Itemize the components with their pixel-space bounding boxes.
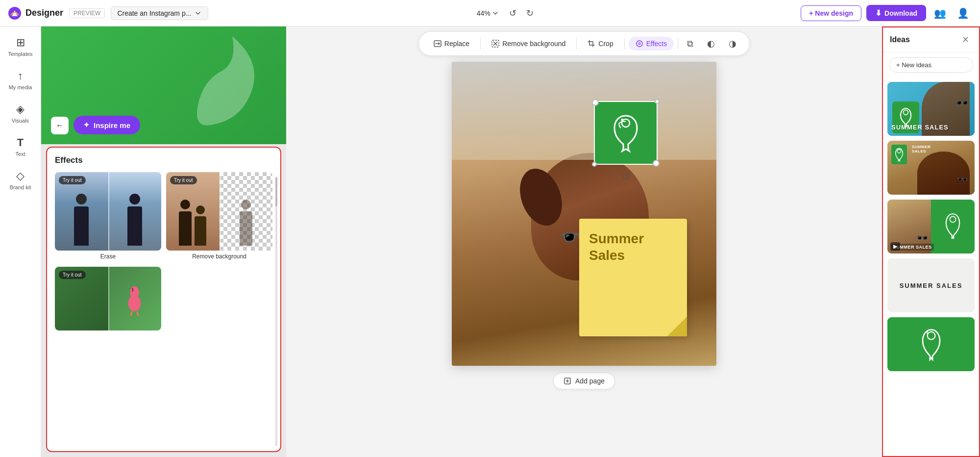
sidebar-item-templates[interactable]: ⊞ Templates <box>3 31 38 62</box>
ideas-list: 🕶️ SUMMER SALES <box>883 77 979 456</box>
undo-button[interactable]: ↺ <box>506 5 519 22</box>
idea-card-summer-sales-light[interactable]: SUMMER SALES <box>887 258 975 313</box>
idea-card-dog-summer-sales[interactable]: SUMMER SALES 🕶️ <box>887 140 975 195</box>
svg-line-5 <box>137 311 138 316</box>
person-body-2 <box>127 206 142 246</box>
effect-remove-bg[interactable]: Try it out <box>166 172 272 262</box>
card2-bird-badge <box>891 145 907 164</box>
download-label: Download <box>884 9 917 17</box>
redo-button[interactable]: ↻ <box>523 5 537 22</box>
filter-button[interactable]: ◐ <box>702 35 720 52</box>
replace-button[interactable]: Replace <box>427 37 476 51</box>
back-button[interactable]: ← <box>51 117 69 134</box>
preview-label: PREVIEW <box>69 8 105 18</box>
project-name-button[interactable]: Create an Instagram p... <box>111 6 208 20</box>
card4-text: SUMMER SALES <box>900 282 963 289</box>
account-button[interactable]: 👤 <box>954 4 972 22</box>
rotate-handle[interactable]: ↺ <box>622 171 630 182</box>
inspire-me-button[interactable]: ✦ Inspire me <box>74 116 140 134</box>
share-button[interactable]: 👥 <box>931 4 949 22</box>
child-t1 <box>240 211 252 246</box>
app-logo: Designer <box>8 6 63 20</box>
child-t1-body <box>240 211 252 246</box>
effects-label: Effects <box>646 40 667 48</box>
child-2 <box>195 216 206 246</box>
new-design-button[interactable]: + New design <box>801 5 861 21</box>
handle-top-right[interactable] <box>655 99 660 104</box>
idea-card-green-bird[interactable]: 🕶️ Summer Sales <box>887 199 975 254</box>
scrollbar-thumb[interactable] <box>275 177 277 206</box>
canvas-top-section: ← ✦ Inspire me <box>41 26 286 144</box>
effect-flamingo[interactable]: Try it out <box>55 267 161 330</box>
flamingo-preview: Try it out <box>55 267 161 330</box>
scrollbar-track <box>275 177 277 446</box>
effects-title: Effects <box>55 155 272 165</box>
svg-point-2 <box>130 286 139 299</box>
idea-card-4-image: SUMMER SALES <box>887 258 975 312</box>
app-name: Designer <box>25 8 63 18</box>
replace-icon <box>434 40 441 48</box>
effects-button[interactable]: Effects <box>629 37 674 51</box>
add-page-icon <box>564 377 571 385</box>
adjust-button[interactable]: ◑ <box>724 35 741 52</box>
divider-line <box>108 172 109 251</box>
children-silhouettes <box>179 211 206 246</box>
zoom-control[interactable]: 44% <box>473 7 502 19</box>
ideas-panel: Ideas ✕ + New ideas 🕶️ <box>882 26 980 457</box>
main-area: ⊞ Templates ↑ My media ◈ Visuals T Text … <box>0 26 980 457</box>
crop-button[interactable]: Crop <box>581 37 620 51</box>
card2-glasses: 🕶️ <box>957 174 968 185</box>
effects-icon <box>636 40 643 48</box>
new-ideas-button[interactable]: + New ideas <box>889 57 973 73</box>
card1-glasses: 🕶️ <box>956 97 969 109</box>
divider-line-3 <box>108 267 109 330</box>
flamingo-svg <box>121 280 148 317</box>
sidebar-item-my-media[interactable]: ↑ My media <box>3 65 38 95</box>
layers-button[interactable]: ⧉ <box>682 36 698 52</box>
dropdown-icon <box>194 9 202 17</box>
add-page-button[interactable]: Add page <box>553 373 615 389</box>
card4-bg: SUMMER SALES <box>887 258 975 312</box>
card3-bird-svg <box>942 212 964 241</box>
erase-label: Erase <box>55 253 161 262</box>
sidebar-item-visuals[interactable]: ◈ Visuals <box>3 98 38 128</box>
brand-kit-label: Brand kit <box>10 184 31 190</box>
text-label: Text <box>15 151 25 157</box>
bird-element[interactable]: ↺ <box>594 101 658 165</box>
erase-right-half <box>108 172 162 251</box>
sidebar-item-text[interactable]: T Text <box>3 131 38 162</box>
idea-card-green-bird-2[interactable] <box>887 317 975 372</box>
child2-body <box>195 216 206 246</box>
my-media-label: My media <box>9 84 32 90</box>
person-head-2 <box>129 194 140 204</box>
center-canvas: Replace Remove background Crop Effects ⧉… <box>286 26 882 457</box>
add-page-label: Add page <box>575 377 605 385</box>
image-toolbar: Replace Remove background Crop Effects ⧉… <box>418 31 750 56</box>
svg-point-12 <box>622 119 630 127</box>
handle-bottom-left[interactable] <box>592 162 597 167</box>
inspire-icon: ✦ <box>83 121 90 129</box>
sidebar-item-brand-kit[interactable]: ◇ Brand kit <box>3 165 38 195</box>
remove-background-button[interactable]: Remove background <box>485 37 572 51</box>
effect-erase[interactable]: Try it out <box>55 172 161 262</box>
ideas-header: Ideas ✕ <box>883 27 979 52</box>
canvas-left-panel: ← ✦ Inspire me Effects Try it out <box>41 26 286 457</box>
card1-text: SUMMER SALES <box>891 124 949 131</box>
ideas-close-button[interactable]: ✕ <box>959 33 972 46</box>
inspire-me-label: Inspire me <box>94 121 130 129</box>
design-canvas[interactable]: 🕶️ SummerSales <box>452 62 716 366</box>
effects-panel: Effects Try it out <box>46 147 281 452</box>
text-icon: T <box>17 136 24 149</box>
visuals-label: Visuals <box>12 118 29 124</box>
idea-card-summer-sales-blue[interactable]: 🕶️ SUMMER SALES <box>887 81 975 136</box>
zoom-dropdown-icon <box>492 10 498 16</box>
download-button[interactable]: ⬇ Download <box>866 5 926 21</box>
remove-bg-icon <box>491 40 499 48</box>
bird-icon-svg <box>609 111 643 155</box>
svg-point-11 <box>638 42 641 45</box>
svg-line-4 <box>131 311 132 316</box>
remove-bg-try-badge: Try it out <box>170 176 197 184</box>
card5-bird-svg <box>918 327 945 361</box>
svg-point-17 <box>897 150 901 153</box>
sticky-note[interactable]: SummerSales <box>579 219 687 336</box>
